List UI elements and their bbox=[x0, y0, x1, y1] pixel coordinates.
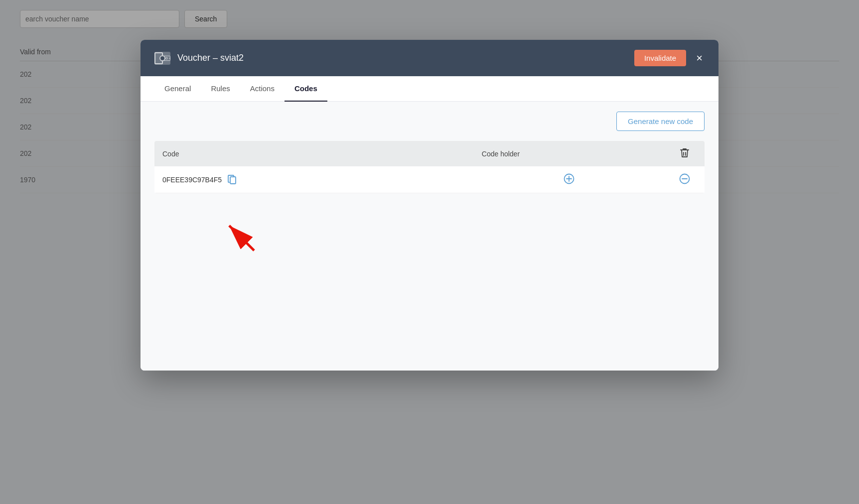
modal-title: Voucher – sviat2 bbox=[177, 53, 244, 63]
modal-header-right: Invalidate × bbox=[634, 50, 705, 66]
tab-codes[interactable]: Codes bbox=[285, 76, 327, 102]
modal-header-left: Voucher – sviat2 bbox=[154, 52, 244, 65]
code-row: 0FEEE39C97B4F5 bbox=[154, 166, 705, 193]
code-value: 0FEEE39C97B4F5 bbox=[162, 176, 222, 184]
generate-row: Generate new code bbox=[154, 112, 705, 131]
code-column-header: Code bbox=[154, 141, 474, 166]
generate-new-code-button[interactable]: Generate new code bbox=[616, 112, 705, 131]
tab-general[interactable]: General bbox=[154, 76, 201, 102]
copy-icon[interactable] bbox=[228, 175, 237, 185]
codes-table: Code Code holder bbox=[154, 141, 705, 193]
modal-body: Generate new code Code Code holder bbox=[141, 102, 718, 371]
trash-header-icon bbox=[680, 151, 689, 159]
code-holder-column-header: Code holder bbox=[474, 141, 665, 166]
code-value-cell: 0FEEE39C97B4F5 bbox=[154, 166, 474, 193]
invalidate-row-cell bbox=[665, 166, 705, 193]
voucher-modal: Voucher – sviat2 Invalidate × General Ru… bbox=[141, 40, 718, 371]
delete-column-header bbox=[665, 141, 705, 166]
code-holder-cell bbox=[474, 166, 665, 193]
modal-tabs: General Rules Actions Codes bbox=[141, 76, 718, 102]
invalidate-row-icon[interactable] bbox=[679, 173, 690, 184]
svg-rect-4 bbox=[230, 177, 236, 184]
tab-actions[interactable]: Actions bbox=[240, 76, 285, 102]
modal-overlay: Voucher – sviat2 Invalidate × General Ru… bbox=[0, 0, 859, 504]
voucher-icon bbox=[154, 52, 170, 65]
tab-rules[interactable]: Rules bbox=[201, 76, 240, 102]
invalidate-button[interactable]: Invalidate bbox=[634, 50, 686, 66]
svg-point-1 bbox=[166, 57, 168, 59]
codes-table-header-row: Code Code holder bbox=[154, 141, 705, 166]
modal-header: Voucher – sviat2 Invalidate × bbox=[141, 40, 718, 76]
add-holder-icon[interactable] bbox=[564, 173, 574, 184]
close-button[interactable]: × bbox=[694, 51, 705, 66]
